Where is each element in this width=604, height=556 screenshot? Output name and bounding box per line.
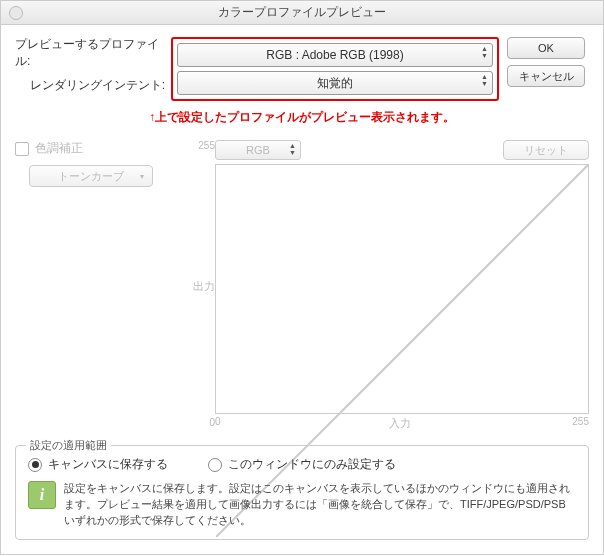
ok-button[interactable]: OK: [507, 37, 585, 59]
scope-group: 設定の適用範囲 キャンバスに保存する このウィンドウにのみ設定する i 設定をキ…: [15, 445, 589, 540]
reset-button: リセット: [503, 140, 589, 160]
stepper-icon: ▲▼: [289, 142, 296, 156]
intent-value: 知覚的: [317, 75, 353, 92]
hint-text: ↑上で設定したプロファイルがプレビュー表示されます。: [15, 109, 589, 126]
y-tick-max: 255: [198, 140, 215, 156]
tone-curve-button: トーンカーブ ▾: [29, 165, 153, 187]
radio-icon: [28, 458, 42, 472]
scope-title: 設定の適用範囲: [26, 438, 111, 453]
y-axis-label: 出力: [193, 156, 215, 417]
radio-save-canvas[interactable]: キャンバスに保存する: [28, 456, 168, 473]
stepper-icon: ▲▼: [481, 45, 488, 59]
tone-curve-chart: [215, 164, 589, 414]
tone-correction-checkbox[interactable]: 色調補正: [15, 140, 189, 157]
info-icon: i: [28, 481, 56, 509]
dialog-window: カラープロファイルプレビュー プレビューするプロファイル: レンダリングインテン…: [0, 0, 604, 555]
profile-combo[interactable]: RGB : Adobe RGB (1998) ▲▼: [177, 43, 493, 67]
profile-value: RGB : Adobe RGB (1998): [266, 48, 403, 62]
cancel-button[interactable]: キャンセル: [507, 65, 585, 87]
chevron-down-icon: ▾: [140, 172, 144, 181]
tone-checkbox-label: 色調補正: [35, 140, 83, 157]
radio-window-only[interactable]: このウィンドウにのみ設定する: [208, 456, 396, 473]
checkbox-icon: [15, 142, 29, 156]
channel-combo: RGB ▲▼: [215, 140, 301, 160]
scope-info-text: 設定をキャンバスに保存します。設定はこのキャンバスを表示しているほかのウィンドウ…: [64, 481, 576, 529]
intent-label: レンダリングインテント:: [15, 69, 171, 101]
stepper-icon: ▲▼: [481, 73, 488, 87]
titlebar: カラープロファイルプレビュー: [1, 1, 603, 25]
window-title: カラープロファイルプレビュー: [1, 4, 603, 21]
intent-combo[interactable]: 知覚的 ▲▼: [177, 71, 493, 95]
profile-label: プレビューするプロファイル:: [15, 37, 171, 69]
radio-icon: [208, 458, 222, 472]
